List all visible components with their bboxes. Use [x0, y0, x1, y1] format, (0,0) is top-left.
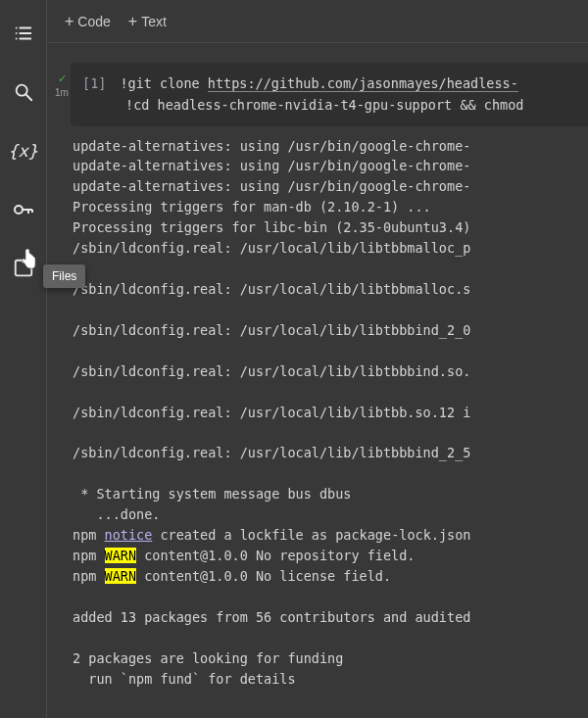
left-sidebar: {x} Files [0, 0, 47, 718]
output-line: npm [73, 568, 105, 584]
code-text: ! [125, 97, 133, 113]
code-text: cd headless-chrome-nvidia-t4-gpu-support… [133, 97, 523, 113]
code-input[interactable]: [1]!git clone https://github.com/jasonma… [71, 63, 588, 126]
exec-time: 1m [55, 87, 69, 98]
output-line: npm [73, 548, 105, 563]
tooltip-files: Files [43, 264, 85, 288]
output-line: content@1.0.0 No license field. [136, 568, 391, 584]
npm-warn: WARN [105, 568, 137, 584]
output-line: created a lockfile as package-lock.json [152, 527, 470, 543]
toc-icon[interactable] [8, 18, 39, 49]
cell-content: [1]!git clone https://github.com/jasonma… [71, 63, 588, 689]
main-area: + Code + Text ✓ 1m [1]!git clone https:/… [47, 0, 588, 718]
code-url: https://github.com/jasonmayes/headless- [208, 75, 518, 92]
variables-icon[interactable]: {x} [8, 135, 39, 167]
add-code-label: Code [77, 14, 110, 29]
output-line: added 13 packages from 56 contributors a… [73, 609, 470, 625]
check-icon: ✓ [58, 72, 67, 85]
code-text: ! [120, 75, 127, 91]
output-line: content@1.0.0 No repository field. [136, 548, 415, 563]
search-icon[interactable] [8, 76, 39, 108]
output-line: ...done. [73, 506, 160, 522]
output-line: update-alternatives: using /usr/bin/goog… [73, 138, 470, 154]
output-line: /sbin/ldconfig.real: /usr/local/lib/libt… [73, 322, 470, 338]
plus-icon: + [65, 13, 74, 30]
prompt-number: [1] [82, 75, 106, 91]
output-line: update-alternatives: using /usr/bin/goog… [73, 178, 470, 194]
npm-notice: notice [105, 527, 153, 543]
npm-warn: WARN [105, 548, 137, 563]
output-line: /sbin/ldconfig.real: /usr/local/lib/libt… [73, 445, 470, 460]
output-line: 2 packages are looking for funding [73, 650, 343, 666]
cell-gutter: ✓ 1m [53, 63, 71, 689]
output-line: /sbin/ldconfig.real: /usr/local/lib/libt… [73, 405, 470, 420]
output-line: Processing triggers for libc-bin (2.35-0… [73, 219, 470, 235]
plus-icon: + [128, 13, 137, 30]
output-line: /sbin/ldconfig.real: /usr/local/lib/libt… [73, 240, 470, 256]
code-cell[interactable]: ✓ 1m [1]!git clone https://github.com/ja… [53, 63, 588, 689]
svg-line-7 [25, 95, 31, 101]
cell-output: update-alternatives: using /usr/bin/goog… [71, 136, 588, 690]
add-text-button[interactable]: + Text [128, 13, 167, 30]
output-line: /sbin/ldconfig.real: /usr/local/lib/libt… [73, 363, 470, 379]
output-line: run `npm fund` for details [73, 671, 296, 687]
svg-point-6 [16, 85, 26, 96]
notebook-cells: ✓ 1m [1]!git clone https://github.com/ja… [47, 43, 588, 718]
output-line: Processing triggers for man-db (2.10.2-1… [73, 199, 431, 215]
output-line: npm [73, 527, 105, 543]
add-text-label: Text [141, 14, 167, 29]
secrets-icon[interactable] [8, 194, 39, 225]
code-text: git clone [128, 75, 208, 91]
output-line: * Starting system message bus dbus [73, 486, 351, 502]
svg-point-8 [15, 206, 23, 214]
output-line: /sbin/ldconfig.real: /usr/local/lib/libt… [73, 281, 470, 297]
files-icon[interactable] [8, 253, 39, 284]
add-code-button[interactable]: + Code [65, 13, 111, 30]
output-line: update-alternatives: using /usr/bin/goog… [73, 158, 470, 173]
cell-toolbar: + Code + Text [47, 0, 588, 43]
